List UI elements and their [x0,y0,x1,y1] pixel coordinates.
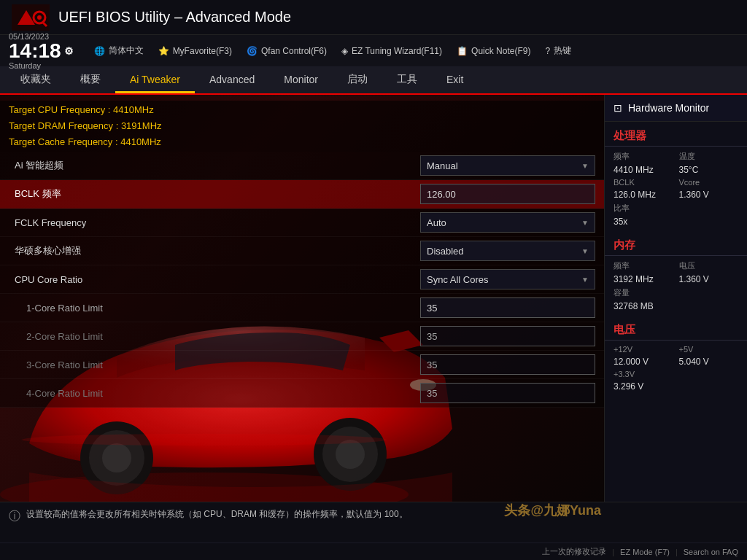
info-circle-icon: ⓘ [9,509,20,524]
cpu-ratio-dropdown[interactable]: Sync All Cores ▼ [420,269,595,289]
hw-ram-freq-value: 3192 MHz [614,274,673,284]
setting-fclk: FCLK Frequency Auto ▼ [0,209,604,237]
hw-volt-grid: +12V +5V 12.000 V 5.040 V +3.3V 3.296 V [605,341,747,396]
toolbar-myfavorite[interactable]: ⭐ MyFavorite(F3) [158,46,232,56]
hw-cpu-section-title: 处理器 [605,122,747,147]
left-panel: Target CPU Frequency : 4410MHz Target DR… [0,95,604,502]
chevron-down-icon: ▼ [581,162,589,170]
info-message-text: 设置较高的值将会更改所有相关时钟系统（如 CPU、DRAM 和缓存）的操作频率，… [26,508,408,521]
core4-control [420,383,595,403]
bclk-label: BCLK 频率 [15,187,420,201]
core4-input [420,383,595,403]
gear-icon[interactable]: ⚙ [64,46,74,56]
nav-advanced[interactable]: Advanced [195,67,269,93]
hw-cpu-freq-value: 4410 MHz [614,165,673,175]
multi-core-control[interactable]: Disabled ▼ [420,241,595,261]
multi-core-label: 华硕多核心增强 [15,244,420,257]
help-icon: ? [545,46,550,56]
toolbar-hotkey[interactable]: ? 热键 [545,44,571,57]
nav-tools[interactable]: 工具 [382,67,432,93]
hw-cpu-temp-value: 35°C [679,165,739,175]
core1-control[interactable] [420,298,595,318]
hw-5v-label: +5V [679,345,739,354]
nav-ai-tweaker[interactable]: Ai Tweaker [115,67,195,93]
toolbar-quick-note[interactable]: 📋 Quick Note(F9) [457,46,530,56]
setting-core4: 4-Core Ratio Limit [0,379,604,408]
note-icon: 📋 [457,46,468,56]
core1-label: 1-Core Ratio Limit [26,303,420,314]
svg-point-11 [22,434,387,446]
star-icon: ⭐ [158,46,169,56]
hw-ram-cap-label: 容量 [614,287,673,298]
bclk-control[interactable] [420,184,595,204]
setting-multi-core: 华硕多核心增强 Disabled ▼ [0,237,604,265]
svg-point-2 [37,15,42,20]
core2-label: 2-Core Ratio Limit [26,331,420,342]
hw-12v-value: 12.000 V [614,357,673,367]
datetime: 05/13/2023 14:18 ⚙ Saturday [9,32,74,70]
core2-control [420,326,595,346]
monitor-icon: ⊡ [614,102,622,114]
main-content: Target CPU Frequency : 4410MHz Target DR… [0,95,747,502]
last-change-link[interactable]: 上一次的修改记录 [542,546,606,557]
ai-boost-value: Manual [427,160,458,171]
settings-panel: Target CPU Frequency : 4410MHz Target DR… [0,95,604,413]
hw-33v-value: 3.296 V [614,381,673,392]
setting-bclk: BCLK 频率 [0,180,604,209]
setting-core1: 1-Core Ratio Limit [0,294,604,322]
hw-bclk-label: BCLK [614,178,673,187]
bottom-bar: ⓘ 设置较高的值将会更改所有相关时钟系统（如 CPU、DRAM 和缓存）的操作频… [0,502,747,560]
fan-icon: 🌀 [247,46,258,56]
toolbar: 05/13/2023 14:18 ⚙ Saturday 🌐 简体中文 ⭐ MyF… [0,35,747,67]
header: UEFI BIOS Utility – Advanced Mode [0,0,747,35]
hw-cpu-temp-label: 温度 [679,151,739,162]
setting-cpu-ratio: CPU Core Ratio Sync All Cores ▼ [0,265,604,294]
setting-core2: 2-Core Ratio Limit [0,322,604,351]
hw-ram-grid: 频率 电压 3192 MHz 1.360 V 容量 32768 MB [605,256,747,316]
bottom-links: 上一次的修改记录 | EZ Mode (F7) | Search on FAQ [0,542,747,560]
core3-label: 3-Core Ratio Limit [26,359,420,370]
ez-mode-link[interactable]: EZ Mode (F7) [620,548,670,556]
nav-favorites[interactable]: 收藏夹 [6,67,66,93]
setting-core3: 3-Core Ratio Limit [0,351,604,379]
core1-input[interactable] [420,298,595,318]
target-dram-freq: Target DRAM Frequency : 3191MHz [9,118,595,134]
fclk-label: FCLK Frequency [15,217,420,228]
hw-ram-freq-label: 频率 [614,260,673,271]
nav-menu: 收藏夹 概要 Ai Tweaker Advanced Monitor 启动 工具… [0,67,747,95]
hw-ram-volt-label: 电压 [679,260,739,271]
tuning-icon: ◈ [341,46,348,56]
core3-input [420,354,595,375]
hw-vcore-label: Vcore [679,178,739,187]
toolbar-language[interactable]: 🌐 简体中文 [94,44,144,57]
nav-exit[interactable]: Exit [432,67,478,93]
cpu-ratio-control[interactable]: Sync All Cores ▼ [420,269,595,289]
ai-boost-dropdown[interactable]: Manual ▼ [420,155,595,176]
toolbar-ez-tuning[interactable]: ◈ EZ Tuning Wizard(F11) [341,46,442,56]
hw-vcore-value: 1.360 V [679,190,739,200]
fclk-control[interactable]: Auto ▼ [420,212,595,233]
app-title: UEFI BIOS Utility – Advanced Mode [58,9,291,26]
nav-overview[interactable]: 概要 [66,67,115,93]
hw-ratio-placeholder [679,203,739,214]
chevron-down-icon: ▼ [581,219,589,227]
nav-monitor[interactable]: Monitor [269,67,333,93]
fclk-dropdown[interactable]: Auto ▼ [420,212,595,233]
chevron-down-icon: ▼ [581,276,589,284]
ai-boost-label: Ai 智能超频 [15,159,420,172]
toolbar-qfan[interactable]: 🌀 Qfan Control(F6) [247,46,327,56]
info-message: ⓘ 设置较高的值将会更改所有相关时钟系统（如 CPU、DRAM 和缓存）的操作频… [0,502,747,542]
hw-ratio-value: 35x [614,217,673,227]
faq-link[interactable]: Search on FAQ [684,548,738,556]
svg-point-7 [102,443,131,472]
multi-core-dropdown[interactable]: Disabled ▼ [420,241,595,261]
hw-cpu-grid: 频率 温度 4410 MHz 35°C BCLK Vcore 126.0 MHz… [605,147,747,231]
core4-label: 4-Core Ratio Limit [26,388,420,399]
hw-ram-section-title: 内存 [605,231,747,256]
ai-boost-control[interactable]: Manual ▼ [420,155,595,176]
setting-ai-boost: Ai 智能超频 Manual ▼ [0,152,604,180]
bclk-input[interactable] [420,184,595,204]
hw-monitor-title: ⊡ Hardware Monitor [605,95,747,122]
nav-boot[interactable]: 启动 [333,67,382,93]
hw-bclk-value: 126.0 MHz [614,190,673,200]
